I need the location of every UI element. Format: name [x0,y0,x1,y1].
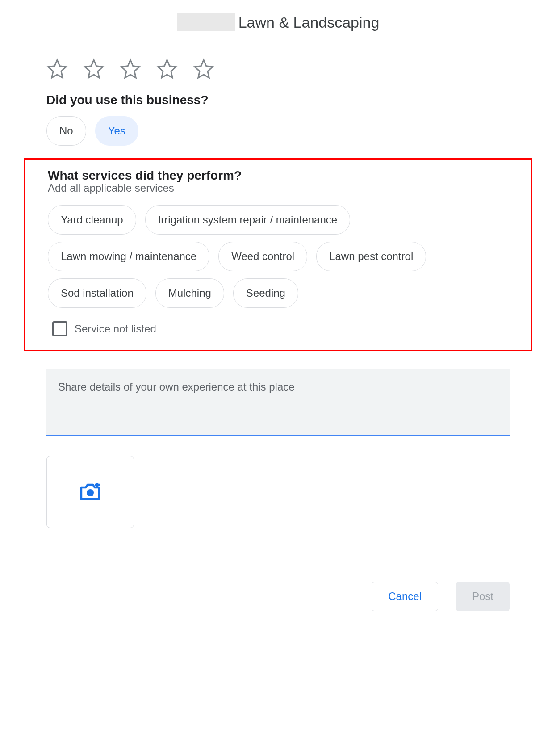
star-1[interactable] [46,58,68,80]
star-rating [46,40,510,93]
svg-point-0 [87,489,94,496]
header: Lawn & Landscaping [0,0,556,40]
service-chip[interactable]: Seeding [233,278,298,308]
business-name: Lawn & Landscaping [238,14,380,31]
service-not-listed-label: Service not listed [75,323,156,335]
service-chip[interactable]: Lawn mowing / maintenance [48,242,209,271]
star-5[interactable] [193,58,214,80]
services-section: What services did they perform? Add all … [24,158,532,351]
service-chip[interactable]: Mulching [155,278,224,308]
star-2[interactable] [83,58,105,80]
star-4[interactable] [156,58,178,80]
service-chip[interactable]: Lawn pest control [316,242,426,271]
services-question: What services did they perform? [48,168,508,183]
camera-plus-icon [79,483,101,501]
details-textarea[interactable] [46,369,510,436]
no-chip[interactable]: No [46,116,86,146]
services-subtitle: Add all applicable services [48,182,508,194]
used-business-question: Did you use this business? [46,93,510,107]
business-logo [177,13,235,31]
footer-actions: Cancel Post [46,582,510,611]
service-chip[interactable]: Yard cleanup [48,205,136,235]
service-chip[interactable]: Sod installation [48,278,146,308]
cancel-button[interactable]: Cancel [372,582,438,611]
add-photo-button[interactable] [46,456,134,528]
details-section [46,369,510,438]
service-chip[interactable]: Weed control [218,242,307,271]
star-3[interactable] [120,58,141,80]
used-business-section: Did you use this business? No Yes [46,93,510,146]
yes-chip[interactable]: Yes [95,116,138,146]
service-chip[interactable]: Irrigation system repair / maintenance [145,205,351,235]
service-not-listed-checkbox[interactable] [52,321,67,336]
post-button[interactable]: Post [456,582,510,611]
